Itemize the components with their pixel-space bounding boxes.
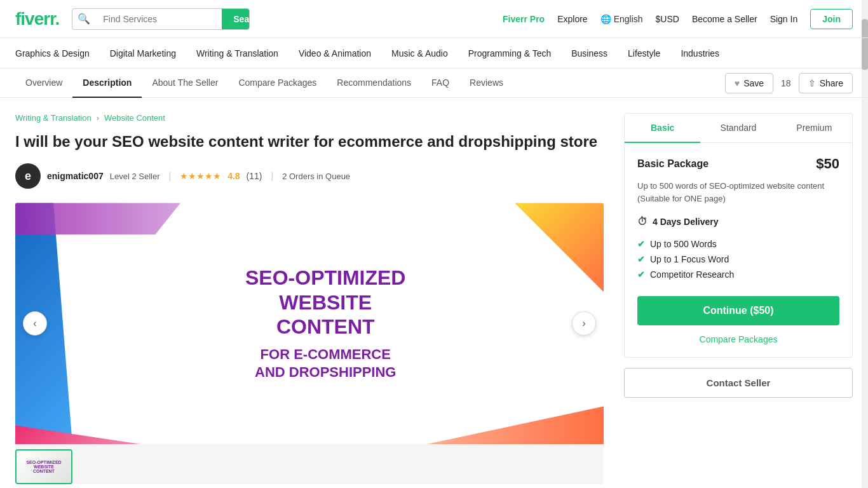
category-music-audio[interactable]: Music & Audio bbox=[391, 39, 448, 67]
check-icon-3: ✔ bbox=[637, 269, 645, 280]
check-icon-2: ✔ bbox=[637, 254, 645, 264]
gig-image: SEO-OPTIMIZED WEBSITE CONTENT FOR E-COMM… bbox=[15, 203, 604, 444]
tab-faq[interactable]: FAQ bbox=[421, 69, 459, 98]
package-description: Up to 500 words of SEO-optimized website… bbox=[637, 180, 839, 205]
package-delivery: ⏱ 4 Days Delivery bbox=[637, 216, 839, 227]
rating-count: (11) bbox=[247, 171, 262, 181]
carousel-next-button[interactable]: › bbox=[572, 311, 596, 336]
seller-divider: | bbox=[169, 171, 172, 181]
join-button[interactable]: Join bbox=[810, 9, 853, 29]
carousel-main: SEO-OPTIMIZED WEBSITE CONTENT FOR E-COMM… bbox=[15, 203, 604, 444]
package-price: $50 bbox=[816, 156, 839, 172]
gig-title: I will be your SEO website content write… bbox=[15, 132, 604, 152]
category-lifestyle[interactable]: Lifestyle bbox=[628, 39, 660, 67]
continue-button[interactable]: Continue ($50) bbox=[637, 296, 839, 325]
star-icons: ★★★★★ bbox=[180, 171, 221, 181]
search-input[interactable] bbox=[95, 9, 222, 29]
contact-seller-button[interactable]: Contact Seller bbox=[624, 368, 853, 398]
currency-selector[interactable]: $USD bbox=[656, 14, 679, 24]
top-navbar: fiverr. 🔍 Search Fiverr Pro Explore 🌐 En… bbox=[0, 0, 868, 38]
check-icon-1: ✔ bbox=[637, 239, 645, 249]
package-features: ✔ Up to 500 Words ✔ Up to 1 Focus Word ✔… bbox=[637, 236, 839, 282]
tab-reviews[interactable]: Reviews bbox=[459, 69, 513, 98]
category-digital-marketing[interactable]: Digital Marketing bbox=[110, 39, 176, 67]
tab-compare-packages[interactable]: Compare Packages bbox=[228, 69, 327, 98]
package-header: Basic Package $50 bbox=[637, 156, 839, 172]
search-button[interactable]: Search bbox=[222, 9, 250, 29]
package-name: Basic Package bbox=[637, 158, 709, 170]
search-icon: 🔍 bbox=[72, 13, 95, 25]
category-programming-tech[interactable]: Programming & Tech bbox=[468, 39, 551, 67]
tab-about-seller[interactable]: About The Seller bbox=[142, 69, 228, 98]
thumbnail-1[interactable]: SEO-OPTIMIZEDWEBSITECONTENT bbox=[15, 449, 72, 484]
package-tabs: Basic Standard Premium bbox=[625, 114, 852, 143]
breadcrumb-child[interactable]: Website Content bbox=[104, 113, 165, 123]
become-seller-link[interactable]: Become a Seller bbox=[692, 14, 757, 24]
share-icon: ⇧ bbox=[808, 78, 816, 88]
tab-actions: ♥ Save 18 ⇧ Share bbox=[725, 73, 853, 93]
globe-icon: 🌐 bbox=[600, 14, 611, 24]
image-line2: WEBSITE bbox=[245, 290, 405, 315]
logo-area: fiverr. 🔍 Search bbox=[15, 8, 250, 30]
delivery-label: 4 Days Delivery bbox=[653, 217, 719, 227]
save-label: Save bbox=[743, 78, 764, 88]
category-business[interactable]: Business bbox=[571, 39, 607, 67]
logo-text: fiverr bbox=[15, 9, 55, 29]
nav-right: Fiverr Pro Explore 🌐 English $USD Become… bbox=[503, 9, 853, 29]
heart-icon: ♥ bbox=[735, 78, 740, 88]
carousel-prev-button[interactable]: ‹ bbox=[23, 311, 47, 336]
pkg-tab-basic[interactable]: Basic bbox=[625, 114, 700, 143]
tab-overview[interactable]: Overview bbox=[15, 69, 72, 98]
save-count: 18 bbox=[781, 78, 791, 88]
avatar-initial: e bbox=[25, 170, 31, 183]
category-industries[interactable]: Industries bbox=[681, 39, 719, 67]
sign-in-link[interactable]: Sign In bbox=[770, 14, 798, 24]
feature-2-label: Up to 1 Focus Word bbox=[650, 254, 729, 264]
image-line5: AND DROPSHIPPING bbox=[245, 363, 405, 382]
feature-3: ✔ Competitor Research bbox=[637, 267, 839, 282]
category-navbar: Graphics & Design Digital Marketing Writ… bbox=[0, 38, 868, 69]
paint-peach-decoration bbox=[426, 406, 604, 444]
tab-description[interactable]: Description bbox=[72, 69, 142, 98]
language-selector[interactable]: 🌐 English bbox=[600, 14, 643, 24]
section-tabs: Overview Description About The Seller Co… bbox=[0, 69, 868, 98]
paint-yellow-decoration bbox=[515, 203, 604, 292]
thumbnail-1-inner: SEO-OPTIMIZEDWEBSITECONTENT bbox=[17, 451, 71, 483]
explore-link[interactable]: Explore bbox=[557, 14, 587, 24]
feature-1: ✔ Up to 500 Words bbox=[637, 236, 839, 252]
seller-info: e enigmatic007 Level 2 Seller | ★★★★★ 4.… bbox=[15, 163, 604, 189]
pkg-tab-premium[interactable]: Premium bbox=[776, 114, 852, 143]
tab-recommendations[interactable]: Recommendations bbox=[327, 69, 421, 98]
queue-divider: | bbox=[271, 171, 274, 181]
breadcrumb-separator: › bbox=[97, 113, 99, 123]
image-line4: FOR E-COMMERCE bbox=[245, 345, 405, 363]
category-writing-translation[interactable]: Writing & Translation bbox=[196, 39, 278, 67]
package-panel: Basic Standard Premium Basic Package $50… bbox=[624, 113, 853, 358]
image-line3: CONTENT bbox=[245, 315, 405, 339]
fiverr-pro-link[interactable]: Fiverr Pro bbox=[503, 14, 545, 24]
package-body: Basic Package $50 Up to 500 words of SEO… bbox=[625, 143, 852, 357]
left-column: Writing & Translation › Website Content … bbox=[15, 113, 604, 484]
category-video-animation[interactable]: Video & Animation bbox=[299, 39, 371, 67]
share-button[interactable]: ⇧ Share bbox=[799, 73, 853, 93]
clock-icon: ⏱ bbox=[637, 216, 648, 227]
seller-avatar[interactable]: e bbox=[15, 163, 41, 189]
seller-level: Level 2 Seller bbox=[110, 172, 160, 181]
seller-name[interactable]: enigmatic007 bbox=[47, 171, 104, 181]
rating-number: 4.8 bbox=[227, 171, 240, 181]
image-line1: SEO-OPTIMIZED bbox=[245, 266, 405, 290]
right-column: Basic Standard Premium Basic Package $50… bbox=[624, 113, 853, 484]
breadcrumb: Writing & Translation › Website Content bbox=[15, 113, 604, 123]
paint-purple-decoration bbox=[15, 203, 180, 234]
compare-packages-link[interactable]: Compare Packages bbox=[637, 334, 839, 344]
logo[interactable]: fiverr. bbox=[15, 9, 59, 29]
pkg-tab-standard[interactable]: Standard bbox=[700, 114, 776, 143]
category-graphics-design[interactable]: Graphics & Design bbox=[15, 39, 90, 67]
breadcrumb-parent[interactable]: Writing & Translation bbox=[15, 113, 92, 123]
feature-2: ✔ Up to 1 Focus Word bbox=[637, 252, 839, 267]
save-button[interactable]: ♥ Save bbox=[725, 73, 773, 93]
logo-dot: . bbox=[55, 9, 60, 29]
share-label: Share bbox=[820, 78, 843, 88]
language-label: English bbox=[614, 14, 643, 24]
gig-image-text: SEO-OPTIMIZED WEBSITE CONTENT FOR E-COMM… bbox=[245, 266, 405, 381]
